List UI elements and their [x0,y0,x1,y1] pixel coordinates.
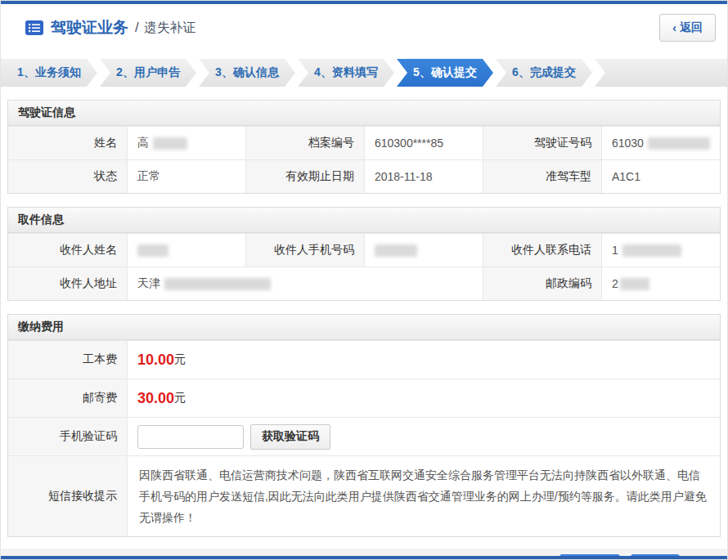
table-row: 状态 正常 有效期止日期 2018-11-18 准驾车型 A1C1 [8,159,720,193]
expiry-label: 有效期止日期 [245,160,364,193]
postage-fee-label: 邮寄费 [8,379,127,417]
breadcrumb-current: 遗失补证 [144,20,196,37]
production-fee-value: 10.00 元 [127,341,720,379]
sms-notice-label: 短信接收提示 [8,456,127,536]
sms-code-cell: 获取验证码 [127,418,720,455]
name-label: 姓名 [8,127,127,159]
sms-code-label: 手机验证码 [8,418,127,455]
step-2-user-declaration[interactable]: 2、用户申告 [100,59,196,87]
vehicle-class-label: 准驾车型 [483,160,601,193]
table-row: 邮寄费 30.00 元 [8,379,720,417]
recipient-address-text: 天津 [137,276,160,291]
step-wizard: 1、业务须知 2、用户申告 3、确认信息 4、资料填写 5、确认提交 6、完成提… [1,59,727,87]
status-label: 状态 [8,160,127,193]
recipient-name-value [127,234,245,267]
name-value-text: 高 [137,136,149,150]
postage-fee-value: 30.00 元 [127,379,720,417]
list-icon [25,20,43,35]
status-value: 正常 [127,160,245,193]
redacted-value [648,137,710,150]
step-6-complete-submit[interactable]: 6、完成提交 [496,59,592,87]
file-number-label: 档案编号 [245,127,364,159]
step-label: 3、确认信息 [215,65,279,80]
postal-code-value: 2 [601,267,720,300]
step-label: 5、确认提交 [413,65,477,80]
page-header: 驾驶证业务 / 遗失补证 ‹ 返回 [1,4,727,52]
redacted-value [622,244,681,257]
step-label: 6、完成提交 [512,65,576,80]
production-fee-unit: 元 [174,352,186,367]
license-number-text: 61030 [612,137,644,150]
step-label: 2、用户申告 [116,65,180,80]
table-row: 姓名 高 档案编号 610300****85 驾驶证号码 61030 [8,126,720,159]
redacted-value [164,278,271,290]
recipient-phone-text: 1 [612,244,618,257]
step-4-fill-data[interactable]: 4、资料填写 [298,59,394,87]
recipient-mobile-label: 收件人手机号码 [245,234,364,267]
get-code-button[interactable]: 获取验证码 [250,424,330,450]
redacted-value [375,244,417,257]
recipient-mobile-value [364,234,483,267]
recipient-phone-label: 收件人联系电话 [483,234,601,267]
step-bar-filler [595,59,727,87]
sms-code-input[interactable] [137,425,244,449]
file-number-value: 610300****85 [364,127,483,159]
fees-section: 缴纳费用 工本费 10.00 元 邮寄费 30.00 元 手机验证码 获取验证码… [7,314,721,537]
pickup-info-section: 取件信息 收件人姓名 收件人手机号码 收件人联系电话 1 收件人地址 天津 [7,207,721,301]
breadcrumb-separator: / [135,20,139,36]
back-button[interactable]: ‹ 返回 [659,14,716,42]
step-label: 4、资料填写 [314,65,378,80]
table-row: 短信接收提示 因陕西省联通、电信运营商技术问题，陕西省互联网交通安全综合服务管理… [8,455,720,536]
postage-fee-unit: 元 [174,391,186,405]
step-3-confirm-info[interactable]: 3、确认信息 [199,59,295,87]
step-1-business-notice[interactable]: 1、业务须知 [1,59,97,87]
redacted-value [153,137,187,150]
redacted-value [137,244,169,257]
chevron-left-icon: ‹ [672,21,676,34]
table-row: 收件人地址 天津 邮政编码 2 [8,267,720,300]
postal-code-label: 邮政编码 [483,267,601,300]
sms-notice-text: 因陕西省联通、电信运营商技术问题，陕西省互联网交通安全综合服务管理平台无法向持陕… [127,456,720,536]
recipient-address-value: 天津 [127,267,483,300]
step-label: 1、业务须知 [17,65,81,80]
license-info-section-title: 驾驶证信息 [8,101,720,126]
license-number-label: 驾驶证号码 [483,127,601,159]
license-info-section: 驾驶证信息 姓名 高 档案编号 610300****85 驾驶证号码 61030… [7,100,721,194]
pickup-info-section-title: 取件信息 [8,208,720,233]
table-row: 收件人姓名 收件人手机号码 收件人联系电话 1 [8,233,720,267]
recipient-address-label: 收件人地址 [8,267,127,300]
redacted-value [620,278,649,290]
name-value: 高 [127,127,245,159]
page-title: 驾驶证业务 [51,17,128,38]
back-button-label: 返回 [680,20,703,35]
table-row: 手机验证码 获取验证码 [8,417,720,455]
production-fee-label: 工本费 [8,341,127,379]
production-fee-amount: 10.00 [137,352,174,369]
table-row: 工本费 10.00 元 [8,340,720,379]
license-number-value: 61030 [601,127,720,159]
fees-section-title: 缴纳费用 [8,315,720,340]
expiry-value: 2018-11-18 [364,160,483,193]
postal-code-text: 2 [612,277,618,290]
recipient-phone-value: 1 [601,234,720,267]
recipient-name-label: 收件人姓名 [8,234,127,267]
vehicle-class-value: A1C1 [601,160,720,193]
step-5-confirm-submit[interactable]: 5、确认提交 [397,59,493,87]
license-service-page: 驾驶证业务 / 遗失补证 ‹ 返回 1、业务须知 2、用户申告 3、确认信息 4… [0,0,728,560]
bottom-accent-bar [1,556,727,559]
postage-fee-amount: 30.00 [137,390,174,407]
